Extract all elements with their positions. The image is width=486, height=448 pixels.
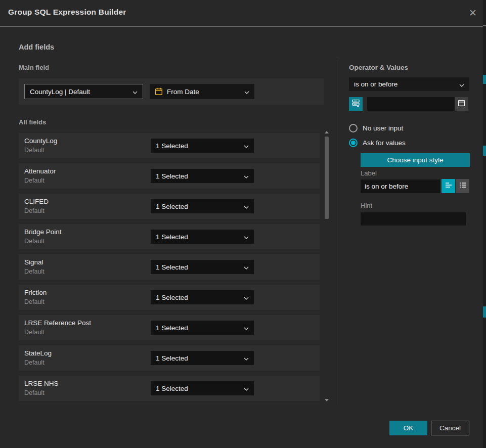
field-row-lrse-reference-post: LRSE Reference Post Default 1 Selected: [19, 315, 320, 340]
calendar-icon: [155, 87, 163, 96]
selection-value: 1 Selected: [156, 233, 244, 241]
list-style-toggle[interactable]: [456, 179, 469, 193]
selection-value: 1 Selected: [156, 203, 244, 210]
scrollbar-down-arrow[interactable]: [325, 399, 329, 401]
label-field-caption: Label: [361, 169, 377, 177]
field-row-friction: Friction Default 1 Selected: [19, 285, 320, 310]
radio-unselected-icon: [349, 124, 358, 132]
calendar-icon: [458, 99, 465, 109]
radio-ask-for-values[interactable]: Ask for values: [349, 139, 406, 147]
main-date-field-select[interactable]: From Date: [150, 84, 254, 99]
chevron-down-icon: [244, 323, 249, 332]
choose-input-style-button[interactable]: Choose input style: [361, 153, 470, 167]
value-list-icon: [351, 99, 360, 109]
chevron-down-icon: [459, 80, 464, 89]
chevron-down-icon: [244, 202, 249, 211]
field-name: Friction: [24, 289, 47, 296]
field-row-countylog: CountyLog Default 1 Selected: [19, 133, 320, 158]
selection-value: 1 Selected: [156, 354, 244, 362]
operator-value: is on or before: [354, 80, 459, 88]
field-name: CLIFED: [24, 198, 49, 205]
hint-field-caption: Hint: [361, 202, 372, 209]
selection-value: 1 Selected: [156, 294, 244, 301]
value-input[interactable]: [367, 97, 455, 111]
field-subtitle: Default: [24, 298, 45, 305]
radio-label: No user input: [363, 124, 403, 132]
field-subtitle: Default: [24, 238, 45, 245]
align-left-icon: [445, 182, 453, 191]
field-name: Signal: [24, 258, 43, 266]
field-name: Bridge Point: [24, 228, 62, 236]
scrollbar-up-arrow[interactable]: [325, 131, 329, 133]
background-app-sliver: [483, 0, 486, 448]
selection-value: 1 Selected: [156, 385, 244, 392]
chevron-down-icon: [244, 232, 249, 241]
field-subtitle: Default: [24, 268, 45, 275]
group-sql-expression-builder-dialog: Group SQL Expression Builder ✕ Add field…: [0, 0, 486, 448]
chevron-down-icon: [244, 384, 249, 393]
header-divider: [0, 26, 483, 27]
selection-value: 1 Selected: [156, 263, 244, 271]
field-subtitle: Default: [24, 389, 45, 396]
dialog-title: Group SQL Expression Builder: [8, 8, 126, 17]
selection-value: 1 Selected: [156, 172, 244, 180]
field-row-clifed: CLIFED Default 1 Selected: [19, 194, 320, 219]
panel-divider: [337, 60, 337, 405]
chevron-down-icon: [244, 87, 249, 96]
field-selection-dropdown[interactable]: 1 Selected: [151, 321, 254, 335]
field-subtitle: Default: [24, 207, 45, 214]
radio-no-user-input[interactable]: No user input: [349, 124, 403, 132]
operator-values-heading: Operator & Values: [349, 64, 408, 71]
field-subtitle: Default: [24, 329, 45, 336]
field-subtitle: Default: [24, 147, 45, 154]
chevron-down-icon: [244, 262, 249, 272]
main-layer-select[interactable]: CountyLog | Default: [24, 84, 143, 99]
field-row-lrse-nhs: LRSE NHS Default 1 Selected: [19, 376, 320, 401]
field-name: Attenuator: [24, 167, 56, 175]
bulleted-list-icon: [459, 182, 467, 191]
chevron-down-icon: [132, 87, 138, 96]
field-name: CountyLog: [24, 137, 57, 145]
field-selection-dropdown[interactable]: 1 Selected: [151, 230, 254, 244]
chevron-down-icon: [244, 353, 249, 363]
unique-values-picker-button[interactable]: [349, 97, 363, 111]
field-selection-dropdown[interactable]: 1 Selected: [151, 169, 254, 183]
field-selection-dropdown[interactable]: 1 Selected: [151, 260, 254, 274]
field-selection-dropdown[interactable]: 1 Selected: [151, 199, 254, 213]
field-selection-dropdown[interactable]: 1 Selected: [151, 290, 254, 304]
selection-value: 1 Selected: [156, 142, 244, 150]
radio-selected-icon: [349, 139, 358, 147]
chevron-down-icon: [244, 171, 249, 181]
field-name: StateLog: [24, 349, 52, 357]
main-date-field-value: From Date: [167, 88, 244, 96]
main-layer-select-value: CountyLog | Default: [30, 88, 132, 96]
background-sliver-teal-segment: [483, 75, 486, 84]
close-icon[interactable]: ✕: [466, 6, 479, 19]
field-name: LRSE Reference Post: [24, 319, 91, 327]
date-picker-button[interactable]: [455, 97, 468, 111]
field-selection-dropdown[interactable]: 1 Selected: [151, 351, 254, 365]
field-row-bridge-point: Bridge Point Default 1 Selected: [19, 224, 320, 249]
chevron-down-icon: [244, 293, 249, 302]
main-field-heading: Main field: [19, 64, 49, 71]
field-name: LRSE NHS: [24, 380, 59, 387]
operator-select[interactable]: is on or before: [349, 77, 469, 91]
background-sliver-teal-segment: [483, 306, 486, 318]
all-fields-heading: All fields: [19, 118, 46, 126]
hint-input[interactable]: [361, 212, 466, 226]
label-input[interactable]: [361, 180, 440, 193]
field-row-attenuator: Attenuator Default 1 Selected: [19, 163, 320, 189]
field-selection-dropdown[interactable]: 1 Selected: [151, 139, 254, 153]
chevron-down-icon: [244, 141, 249, 150]
single-line-style-toggle[interactable]: [441, 179, 455, 193]
background-sliver-line: [483, 25, 486, 26]
cancel-button[interactable]: Cancel: [431, 421, 469, 435]
radio-label: Ask for values: [363, 139, 406, 147]
ok-button[interactable]: OK: [389, 421, 427, 435]
scrollbar-thumb[interactable]: [325, 137, 329, 219]
field-selection-dropdown[interactable]: 1 Selected: [151, 381, 254, 395]
field-row-signal: Signal Default 1 Selected: [19, 254, 320, 280]
selection-value: 1 Selected: [156, 324, 244, 332]
background-sliver-teal-segment: [483, 146, 486, 156]
field-subtitle: Default: [24, 359, 45, 366]
